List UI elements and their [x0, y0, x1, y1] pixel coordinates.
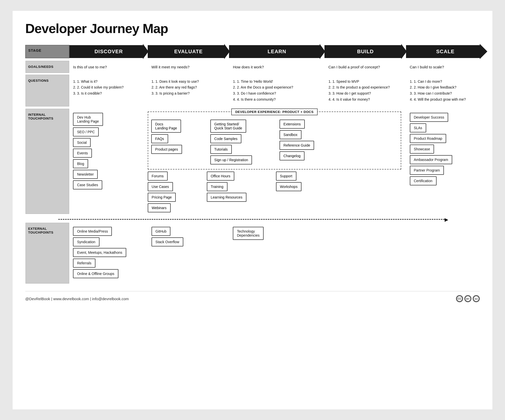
box-pricing-page: Pricing Page [148, 193, 176, 202]
box-events: Events [73, 149, 92, 158]
stage-evaluate: EVALUATE [148, 45, 224, 58]
internal-touchpoints-row: INTERNALTOUCHPOINTS Dev HubLanding Page … [26, 109, 480, 214]
questions-evaluate: 1. Does it look easy to use? 2. Are ther… [148, 75, 224, 106]
learn-outside-dxp: Office Hours Training Learning Resources [207, 172, 272, 214]
stage-label-cell: STAGE [26, 45, 69, 58]
stage-discover: DISCOVER [69, 45, 143, 58]
box-product-pages: Product pages [151, 145, 182, 154]
dxp-section: DEVELOPER EXPERIENCE: PRODUCT + DOCS Doc… [148, 109, 401, 214]
ext-tech-deps: TechnologyDependencies [233, 227, 264, 240]
external-discover: Online Media/Press Syndication Event, Me… [69, 223, 143, 284]
evaluate-outside-dxp: Forums Use Cases Pricing Page Webinars [148, 172, 203, 214]
box-product-roadmap: Product Roadmap [410, 134, 446, 143]
goals-label: GOALS/NEEDS [26, 61, 69, 73]
box-forums: Forums [148, 172, 168, 181]
cc-license: CC BY SA [456, 295, 480, 302]
page-title: Developer Journey Map [25, 21, 480, 36]
box-dev-success: Developer Success [410, 113, 448, 122]
footer-text: @DevRelBook | www.devrelbook.com | info@… [25, 297, 129, 301]
box-sandbox: Sandbox [280, 130, 301, 139]
ext-stackoverflow: Stack Overflow [152, 237, 183, 246]
internal-touchpoints-label: INTERNALTOUCHPOINTS [26, 109, 69, 214]
svg-text:BY: BY [466, 298, 470, 300]
footer: @DevRelBook | www.devrelbook.com | info@… [25, 291, 480, 302]
box-training: Training [207, 182, 228, 191]
box-certification: Certification [410, 176, 437, 185]
questions-scale: 1. Can I do more? 2. How do I give feedb… [406, 75, 480, 106]
dxp-label: DEVELOPER EXPERIENCE: PRODUCT + DOCS [231, 108, 318, 115]
questions-discover: 1. What is it? 2. Could it solve my prob… [69, 75, 143, 106]
box-slas: SLAs [410, 123, 426, 132]
box-partner: Partner Program [410, 166, 444, 175]
stage-learn: LEARN [229, 45, 320, 58]
box-ambassador: Ambassador Program [410, 155, 452, 164]
ext-events-meetups: Event, Meetups, Hackathons [73, 248, 126, 257]
box-dev-hub: Dev HubLanding Page [73, 113, 103, 126]
stage-row: STAGE DISCOVER EVALUATE LEARN BUILD SCAL… [26, 45, 480, 58]
build-outside-dxp: Support Workshops [276, 172, 332, 214]
external-evaluate: GitHub Stack Overflow [148, 223, 224, 284]
questions-learn: 1. Time to 'Hello World' 2. Are the Docs… [229, 75, 320, 106]
external-scale [406, 223, 480, 284]
box-extensions: Extensions [280, 120, 305, 129]
page: Developer Journey Map STAGE DISCOVER EVA… [13, 11, 492, 409]
box-webinars: Webinars [148, 203, 171, 212]
questions-row: QUESTIONS 1. What is it? 2. Could it sol… [26, 75, 480, 106]
internal-discover: Dev HubLanding Page SEO / PPC Social Eve… [69, 109, 143, 214]
box-workshops: Workshops [276, 182, 302, 191]
ext-syndication: Syndication [73, 237, 99, 246]
box-tutorials: Tutorials [210, 145, 232, 154]
box-changelog: Changelog [280, 151, 305, 160]
external-learn: TechnologyDependencies [229, 223, 320, 284]
evaluate-dxp-items: DocsLanding Page FAQs Product pages [151, 120, 207, 166]
cc-icon: CC [456, 295, 463, 302]
box-seo: SEO / PPC [73, 127, 99, 136]
by-icon: BY [464, 295, 471, 302]
box-social: Social [73, 138, 91, 147]
goals-build: Can I build a proof of concept? [324, 61, 401, 73]
box-office-hours: Office Hours [207, 172, 235, 181]
box-reference-guide: Reference Guide [280, 141, 314, 150]
sa-icon: SA [473, 295, 480, 302]
goals-scale: Can I build to scale? [406, 61, 480, 73]
box-blog: Blog [73, 159, 88, 168]
box-newsletter: Newsletter [73, 170, 98, 179]
external-touchpoints-row: EXTERNALTOUCHPOINTS Online Media/Press S… [26, 223, 480, 284]
journey-map-table: STAGE DISCOVER EVALUATE LEARN BUILD SCAL… [25, 45, 480, 284]
stage-row-label: STAGE [28, 48, 41, 52]
svg-text:CC: CC [458, 297, 461, 300]
goals-learn: How does it work? [229, 61, 320, 73]
box-docs-landing: DocsLanding Page [151, 120, 181, 133]
box-use-cases: Use Cases [148, 182, 173, 191]
ext-online-media: Online Media/Press [73, 227, 112, 236]
external-build [324, 223, 401, 284]
box-support: Support [276, 172, 296, 181]
goals-row: GOALS/NEEDS Is this of use to me? Will i… [26, 61, 480, 73]
box-code-samples: Code Samples [210, 134, 242, 143]
box-showcase: Showcase [410, 145, 434, 154]
ext-github: GitHub [152, 227, 171, 236]
stage-build: BUILD [324, 45, 401, 58]
box-getting-started: Getting Started/Quick Start Guide [210, 120, 246, 133]
svg-text:SA: SA [475, 298, 478, 300]
build-dxp-items: Extensions Sandbox Reference Guide Chang… [280, 120, 335, 166]
box-faqs: FAQs [151, 134, 168, 143]
external-touchpoints-label: EXTERNALTOUCHPOINTS [26, 223, 69, 284]
goals-evaluate: Will it meet my needs? [148, 61, 224, 73]
box-case-studies: Case Studies [73, 180, 102, 189]
internal-scale: Developer Success SLAs Product Roadmap S… [406, 109, 480, 214]
ext-offline-groups: Online & Offline Groups [73, 269, 118, 278]
learn-dxp-items: Getting Started/Quick Start Guide Code S… [210, 120, 276, 166]
goals-discover: Is this of use to me? [69, 61, 143, 73]
questions-label: QUESTIONS [26, 75, 69, 106]
stage-scale: SCALE [406, 45, 480, 58]
box-learning-resources: Learning Resources [207, 193, 246, 202]
ext-referrals: Referrals [73, 259, 95, 268]
box-signup: Sign up / Registration [210, 155, 252, 164]
external-divider-row: ► [26, 218, 480, 221]
questions-build: 1. Speed to MVP 2. Is the product a good… [324, 75, 401, 106]
